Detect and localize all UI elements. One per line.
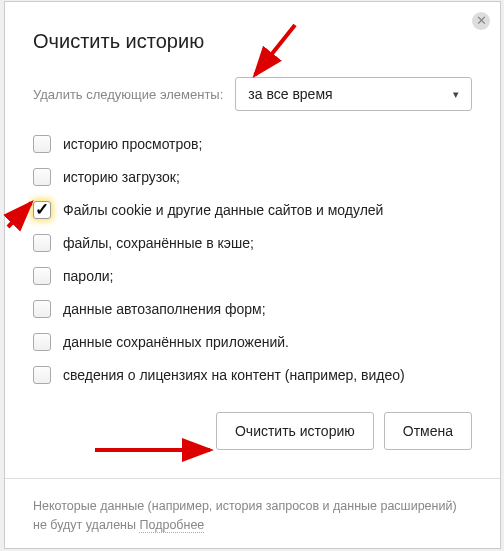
checkbox-row-autofill: данные автозаполнения форм; [33, 300, 472, 318]
time-range-value: за все время [248, 86, 332, 102]
checkbox-cookies[interactable] [33, 201, 51, 219]
checkbox-row-download-history: историю загрузок; [33, 168, 472, 186]
checkbox-label: данные автозаполнения форм; [63, 301, 266, 317]
checkbox-label: Файлы cookie и другие данные сайтов и мо… [63, 202, 383, 218]
checkbox-label: историю просмотров; [63, 136, 202, 152]
checkbox-passwords[interactable] [33, 267, 51, 285]
footer-note: Некоторые данные (например, история запр… [33, 497, 472, 535]
time-range-row: Удалить следующие элементы: за все время… [33, 77, 472, 111]
checkbox-list: историю просмотров; историю загрузок; Фа… [33, 135, 472, 384]
checkbox-row-licenses: сведения о лицензиях на контент (наприме… [33, 366, 472, 384]
divider [5, 478, 500, 479]
checkbox-row-app-data: данные сохранённых приложений. [33, 333, 472, 351]
time-range-label: Удалить следующие элементы: [33, 87, 223, 102]
chevron-down-icon: ▾ [453, 88, 459, 101]
checkbox-download-history[interactable] [33, 168, 51, 186]
checkbox-row-browsing-history: историю просмотров; [33, 135, 472, 153]
checkbox-row-cache: файлы, сохранённые в кэше; [33, 234, 472, 252]
checkbox-label: данные сохранённых приложений. [63, 334, 289, 350]
checkbox-row-cookies: Файлы cookie и другие данные сайтов и мо… [33, 201, 472, 219]
checkbox-app-data[interactable] [33, 333, 51, 351]
time-range-select[interactable]: за все время ▾ [235, 77, 472, 111]
footer-text: Некоторые данные (например, история запр… [33, 499, 457, 532]
cancel-button[interactable]: Отмена [384, 412, 472, 450]
checkbox-browsing-history[interactable] [33, 135, 51, 153]
checkbox-autofill[interactable] [33, 300, 51, 318]
checkbox-label: историю загрузок; [63, 169, 180, 185]
checkbox-row-passwords: пароли; [33, 267, 472, 285]
checkbox-licenses[interactable] [33, 366, 51, 384]
checkbox-label: пароли; [63, 268, 114, 284]
dialog-title: Очистить историю [33, 30, 472, 53]
close-button[interactable]: ✕ [472, 12, 490, 30]
checkbox-cache[interactable] [33, 234, 51, 252]
clear-history-dialog: ✕ Очистить историю Удалить следующие эле… [4, 1, 501, 549]
more-info-link[interactable]: Подробнее [139, 518, 204, 533]
checkbox-label: сведения о лицензиях на контент (наприме… [63, 367, 405, 383]
checkbox-label: файлы, сохранённые в кэше; [63, 235, 254, 251]
clear-history-button[interactable]: Очистить историю [216, 412, 374, 450]
dialog-buttons: Очистить историю Отмена [33, 412, 472, 450]
